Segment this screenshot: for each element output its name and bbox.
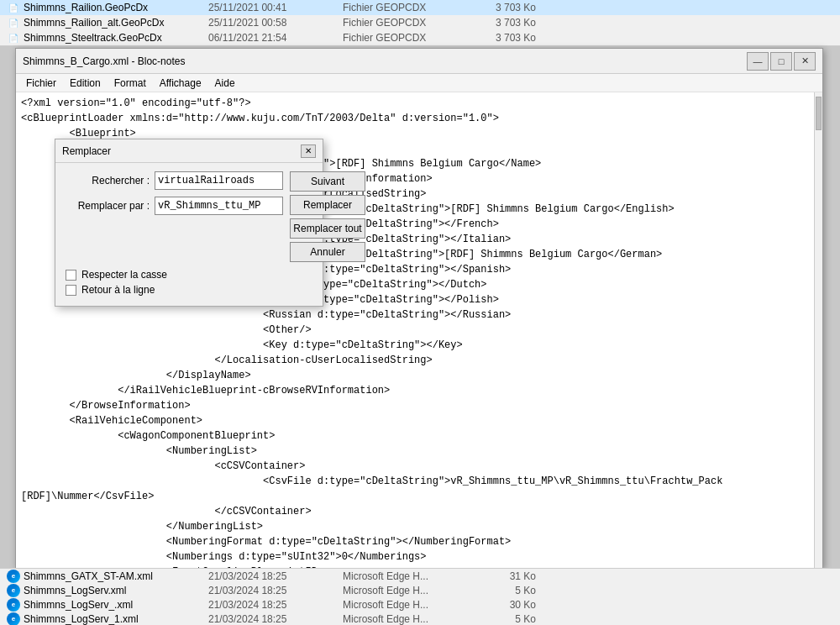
remplacer-label: Remplacer [303,199,352,211]
geo-file-icon-2: 📄 [7,16,20,29]
remplacer-button[interactable]: Remplacer [290,195,365,215]
bottom-file-row-1[interactable]: e Shimmns_GATX_ST-AM.xml 21/03/2024 18:2… [0,569,840,583]
scrollbar-thumb[interactable] [816,97,822,130]
bottom-file-name-1: Shimmns_GATX_ST-AM.xml [24,570,208,582]
annuler-button[interactable]: Annuler [290,242,365,262]
file-row-3[interactable]: 📄 Shimmns_Steeltrack.GeoPcDx 06/11/2021 … [0,30,840,45]
menu-format[interactable]: Format [108,76,153,91]
file-name-1: Shimmns_Railion.GeoPcDx [24,2,208,13]
dialog-body: Rechercher : Remplacer par : Suivant Rem… [55,163,323,306]
bottom-file-manager: e Shimmns_GATX_ST-AM.xml 21/03/2024 18:2… [0,568,840,625]
bottom-file-row-3[interactable]: e Shimmns_LogServ_.xml 21/03/2024 18:25 … [0,597,840,612]
menu-bar: Fichier Edition Format Affichage Aide [16,74,822,92]
maximize-icon: □ [779,56,785,66]
file-type-1: Fichier GEOPCDX [343,2,469,13]
edge-icon-4: e [7,612,20,626]
replace-dialog: Remplacer ✕ Rechercher : Remplacer par :… [55,139,323,307]
minimize-icon: — [753,56,763,66]
bottom-file-date-3: 21/03/2024 18:25 [208,599,343,611]
file-manager-top: 📄 Shimmns_Railion.GeoPcDx 25/11/2021 00:… [0,0,840,46]
edge-icon-3: e [7,598,20,612]
bottom-file-size-1: 31 Ko [469,570,536,582]
replace-input[interactable] [155,197,283,215]
bottom-file-name-2: Shimmns_LogServ.xml [24,585,208,596]
dialog-checkboxes: Respecter la casse Retour à la ligne [66,269,312,296]
suivant-label: Suivant [311,176,344,187]
dialog-close-button[interactable]: ✕ [301,144,316,158]
bottom-file-type-3: Microsoft Edge H... [343,599,469,611]
file-size-2: 3 703 Ko [469,17,536,29]
file-type-2: Fichier GEOPCDX [343,17,469,29]
menu-aide[interactable]: Aide [208,76,242,91]
wrap-label: Retour à la ligne [81,284,155,296]
search-label: Rechercher : [66,175,150,186]
wrap-checkbox[interactable] [66,285,76,296]
vertical-scrollbar[interactable] [814,92,822,568]
bottom-file-date-2: 21/03/2024 18:25 [208,585,343,596]
edge-icon-1: e [7,570,20,583]
replace-row: Remplacer par : [66,197,283,215]
file-type-3: Fichier GEOPCDX [343,32,469,44]
suivant-button[interactable]: Suivant [290,171,365,192]
search-input[interactable] [155,171,283,190]
case-checkbox-row[interactable]: Respecter la casse [66,269,312,281]
bottom-file-type-1: Microsoft Edge H... [343,570,469,582]
file-name-2: Shimmns_Railion_alt.GeoPcDx [24,17,208,29]
close-icon: ✕ [801,55,809,66]
annuler-label: Annuler [310,246,344,258]
bottom-file-size-3: 30 Ko [469,599,536,611]
file-size-1: 3 703 Ko [469,2,536,13]
bottom-file-row-4[interactable]: e Shimmns_LogServ_1.xml 21/03/2024 18:25… [0,612,840,625]
search-row: Rechercher : [66,171,283,190]
title-bar: Shimmns_B_Cargo.xml - Bloc-notes — □ ✕ [16,49,822,74]
case-checkbox[interactable] [66,270,76,281]
wrap-checkbox-row[interactable]: Retour à la ligne [66,284,312,296]
remplacer-tout-label: Remplacer tout [293,223,361,234]
menu-fichier[interactable]: Fichier [19,76,63,91]
file-row-2[interactable]: 📄 Shimmns_Railion_alt.GeoPcDx 25/11/2021… [0,15,840,30]
file-date-1: 25/11/2021 00:41 [208,2,343,13]
notepad-window: Shimmns_B_Cargo.xml - Bloc-notes — □ ✕ F… [15,48,823,569]
bottom-file-size-2: 5 Ko [469,585,536,596]
dialog-title-text: Remplacer [62,145,111,157]
bottom-file-type-4: Microsoft Edge H... [343,613,469,625]
file-date-2: 25/11/2021 00:58 [208,17,343,29]
file-row-1[interactable]: 📄 Shimmns_Railion.GeoPcDx 25/11/2021 00:… [0,0,840,15]
menu-affichage[interactable]: Affichage [153,76,208,91]
bottom-file-name-4: Shimmns_LogServ_1.xml [24,613,208,625]
bottom-file-size-4: 5 Ko [469,613,536,625]
replace-label: Remplacer par : [66,200,150,212]
file-size-3: 3 703 Ko [469,32,536,44]
file-name-3: Shimmns_Steeltrack.GeoPcDx [24,32,208,44]
window-controls: — □ ✕ [747,52,816,71]
close-button[interactable]: ✕ [794,52,816,71]
file-date-3: 06/11/2021 21:54 [208,32,343,44]
bottom-file-date-1: 21/03/2024 18:25 [208,570,343,582]
bottom-file-date-4: 21/03/2024 18:25 [208,613,343,625]
remplacer-tout-button[interactable]: Remplacer tout [290,218,365,239]
maximize-button[interactable]: □ [770,52,792,71]
edge-icon-2: e [7,584,20,597]
dialog-title-bar: Remplacer ✕ [55,139,323,163]
minimize-button[interactable]: — [747,52,769,71]
geo-file-icon-1: 📄 [7,1,20,14]
geo-file-icon-3: 📄 [7,31,20,45]
window-title: Shimmns_B_Cargo.xml - Bloc-notes [23,55,747,67]
menu-edition[interactable]: Edition [63,76,108,91]
dialog-buttons: Suivant Remplacer Remplacer tout Annuler [290,171,365,262]
bottom-file-row-2[interactable]: e Shimmns_LogServ.xml 21/03/2024 18:25 M… [0,583,840,597]
bottom-file-type-2: Microsoft Edge H... [343,585,469,596]
case-label: Respecter la casse [81,269,167,281]
bottom-file-name-3: Shimmns_LogServ_.xml [24,599,208,611]
